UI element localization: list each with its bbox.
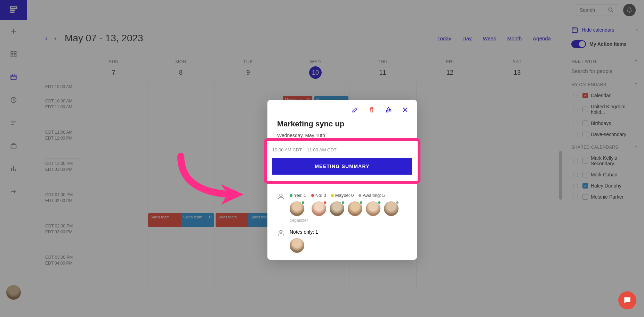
drag-handle-icon[interactable]: ⋮⋮	[571, 158, 580, 163]
nav-stats[interactable]	[9, 164, 18, 174]
scrollbar[interactable]	[559, 151, 562, 200]
app-logo[interactable]	[0, 0, 27, 20]
calendar-checkbox[interactable]	[582, 107, 588, 112]
view-today[interactable]: Today	[437, 35, 451, 41]
section-shared-calendars: SHARED CALENDARS	[571, 145, 618, 150]
action-items-label: My Action Items	[589, 41, 627, 47]
svg-rect-7	[11, 145, 16, 148]
chevron-up-icon[interactable]: ⌃	[634, 82, 638, 87]
calendar-event[interactable]: ↻Sales team	[181, 213, 214, 227]
notes-icon	[277, 229, 285, 238]
next-week-button[interactable]: ›	[54, 35, 56, 42]
prev-week-button[interactable]: ‹	[45, 35, 47, 42]
calendar-checkbox[interactable]	[582, 172, 588, 177]
calendar-checkbox[interactable]	[582, 194, 588, 200]
svg-rect-2	[14, 52, 16, 54]
drag-handle-icon[interactable]: ⋮⋮	[571, 107, 580, 112]
meeting-summary-button[interactable]: MEETING SUMMARY	[272, 158, 412, 175]
hide-calendars-button[interactable]: Hide calendars	[582, 27, 614, 33]
drag-handle-icon[interactable]: ⋮⋮	[571, 93, 580, 98]
delete-event-button[interactable]	[368, 106, 375, 115]
calendar-checkbox[interactable]	[582, 132, 588, 137]
svg-rect-5	[11, 75, 16, 80]
attendee-avatar[interactable]	[348, 201, 362, 216]
day-header[interactable]: TUE9	[215, 56, 282, 82]
organizer-label: Organizer	[290, 218, 308, 223]
chevron-up-icon[interactable]: ⌃	[634, 145, 638, 150]
calendar-list-item[interactable]: ⋮⋮Haley Dunphy	[565, 180, 644, 191]
section-meet-with: MEET WITH	[571, 59, 596, 64]
nav-list[interactable]	[9, 118, 18, 128]
attendee-avatar[interactable]	[312, 201, 326, 216]
popover-title: Marketing sync up	[277, 119, 407, 128]
calendar-icon	[571, 26, 578, 33]
day-header[interactable]: MON8	[147, 56, 214, 82]
view-agenda[interactable]: Agenda	[533, 35, 551, 41]
day-header[interactable]: FRI12	[416, 56, 483, 82]
svg-rect-4	[14, 55, 16, 57]
svg-point-0	[609, 8, 612, 11]
drag-handle-icon[interactable]: ⋮⋮	[571, 132, 580, 137]
calendar-list-item[interactable]: ⋮⋮Melanie Parker	[565, 191, 644, 202]
attendee-avatar[interactable]	[330, 201, 344, 216]
shapes-icon[interactable]	[385, 106, 392, 115]
search-input[interactable]	[576, 4, 618, 16]
calendar-checkbox[interactable]	[582, 120, 588, 126]
svg-rect-8	[572, 28, 578, 32]
section-my-calendars: MY CALENDARS	[571, 82, 606, 87]
nav-arrow[interactable]	[9, 187, 18, 197]
user-avatar[interactable]	[6, 285, 21, 300]
nav-add[interactable]	[9, 26, 18, 36]
view-month[interactable]: Month	[507, 35, 522, 41]
close-button[interactable]	[402, 106, 409, 115]
attendee-icon	[277, 193, 285, 223]
calendar-list-item[interactable]: ⋮⋮United Kingdom holid...	[565, 101, 644, 118]
calendar-checkbox[interactable]	[582, 183, 588, 189]
calendar-title: May 07 - 13, 2023	[65, 33, 143, 44]
attendee-avatar[interactable]	[384, 201, 399, 216]
event-popover: Marketing sync up Wednesday, May 10th 10…	[267, 100, 417, 260]
view-week[interactable]: Week	[483, 35, 496, 41]
nav-briefcase[interactable]	[9, 141, 18, 151]
search-people-input[interactable]	[571, 68, 638, 74]
day-header[interactable]: WED10	[282, 56, 349, 82]
notes-avatar[interactable]	[290, 238, 304, 253]
nav-clock[interactable]	[9, 95, 18, 105]
drag-handle-icon[interactable]: ⋮⋮	[571, 194, 580, 199]
notifications-button[interactable]	[623, 4, 636, 16]
svg-point-10	[280, 231, 282, 233]
attendee-avatar[interactable]	[366, 201, 380, 216]
attendee-stats: Yes: 1 No: 0 Maybe: 0 Awaiting: 5	[290, 193, 399, 198]
calendar-list-item[interactable]: ⋮⋮Dave-secondary	[565, 129, 644, 140]
search-icon	[607, 7, 614, 14]
calendar-checkbox[interactable]	[582, 158, 588, 164]
svg-point-9	[280, 194, 282, 197]
highlight-annotation: 10:00 AM CDT – 11:00 AM CDT MEETING SUMM…	[264, 138, 420, 184]
calendar-list-item[interactable]: ⋮⋮Mark Cuban	[565, 169, 644, 180]
day-header[interactable]: THU11	[349, 56, 416, 82]
calendar-list-item[interactable]: ⋮⋮Calendar	[565, 90, 644, 101]
day-header[interactable]: SAT13	[484, 56, 551, 82]
notes-only-label: Notes only: 1	[290, 229, 318, 235]
action-items-toggle[interactable]	[571, 40, 586, 48]
help-chat-button[interactable]	[618, 291, 636, 309]
calendar-checkbox[interactable]	[582, 93, 588, 98]
svg-rect-3	[11, 55, 13, 57]
day-header[interactable]: SUN7	[80, 56, 147, 82]
drag-handle-icon[interactable]: ⋮⋮	[571, 172, 580, 177]
nav-calendar[interactable]	[9, 72, 18, 82]
drag-handle-icon[interactable]: ⋮⋮	[571, 183, 580, 188]
attendee-avatar[interactable]	[290, 201, 304, 216]
nav-grid[interactable]	[9, 49, 18, 59]
chevron-right-icon[interactable]: ›	[636, 27, 638, 33]
edit-event-button[interactable]	[352, 106, 359, 115]
drag-handle-icon[interactable]: ⋮⋮	[571, 121, 580, 126]
chevron-up-icon[interactable]: ⌃	[634, 59, 638, 64]
view-day[interactable]: Day	[462, 35, 472, 41]
svg-rect-1	[11, 52, 13, 54]
popover-time: 10:00 AM CDT – 11:00 AM CDT	[272, 147, 412, 152]
add-shared-icon[interactable]: +	[628, 145, 631, 150]
calendar-list-item[interactable]: ⋮⋮Birthdays	[565, 118, 644, 129]
popover-date: Wednesday, May 10th	[277, 133, 407, 138]
calendar-list-item[interactable]: ⋮⋮Mark Kelly's Secondary...	[565, 152, 644, 169]
